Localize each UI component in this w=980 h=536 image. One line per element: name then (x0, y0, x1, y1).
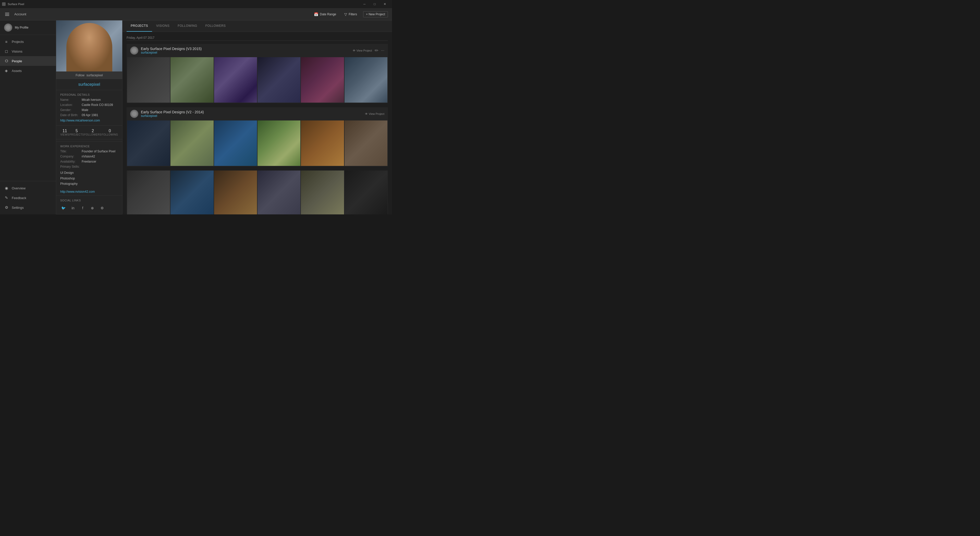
profile-username: surfacepixel (56, 79, 122, 89)
twitter-icon[interactable]: 🐦 (60, 205, 66, 211)
view-project-label-2: View Project (369, 112, 384, 115)
maximize-button[interactable]: □ (369, 0, 380, 8)
follow-button[interactable]: Follow (76, 73, 84, 77)
sidebar-username: My Profile (15, 26, 28, 29)
divider (56, 214, 122, 215)
proj-img-1-2[interactable] (170, 57, 213, 103)
proj-title-area-1: Early Surface Pixel Designs (V3 2015) su… (141, 47, 350, 54)
app-icon (2, 2, 6, 6)
stat-projects-label: PROJECTS (69, 133, 84, 136)
linkedin-icon[interactable]: in (70, 205, 76, 211)
follow-username: surfacepixel (86, 73, 103, 77)
projects-icon: ≡ (4, 40, 9, 44)
title-label: Title: (60, 150, 81, 153)
content-area: PROJECTS VISIONS FOLLOWING FOLLOWERS Fri… (123, 21, 392, 215)
new-project-label: + New Project (366, 13, 385, 16)
proj-img-1-4[interactable] (258, 57, 301, 103)
facebook-icon[interactable]: f (80, 205, 86, 211)
new-project-button[interactable]: + New Project (363, 11, 388, 17)
hamburger-menu[interactable] (4, 12, 10, 17)
stat-followers: 2 FOLLOWERS (84, 129, 101, 136)
proj-img-1-3[interactable] (214, 57, 257, 103)
work-website-link[interactable]: http://www.nvision42.com (56, 189, 122, 194)
proj-avatar-1 (130, 46, 138, 55)
title-bar-left: Surface Pixel (2, 2, 24, 6)
project-header-2: Early Surface Pixel Designs (V2 - 2014) … (127, 107, 388, 121)
sidebar-item-assets[interactable]: ◈ Assets (0, 66, 56, 76)
proj-avatar-2 (130, 110, 138, 118)
gender-value: Male (82, 108, 88, 112)
gender-label: Gender: (60, 108, 81, 112)
sidebar-item-visions[interactable]: ◻ Visions (0, 46, 56, 56)
proj-title-2: Early Surface Pixel Designs (V2 - 2014) (141, 110, 363, 114)
top-nav: Account 📅 Date Range ▽ Filters + New Pro… (0, 8, 392, 21)
stat-views: 11 VIEWS (60, 129, 69, 136)
tab-projects[interactable]: PROJECTS (127, 21, 152, 32)
main-layout: My Profile ≡ Projects ◻ Visions ⚇ People… (0, 21, 392, 215)
proj-actions-2: 👁 View Project (365, 112, 384, 115)
top-nav-actions: 📅 Date Range ▽ Filters + New Project (312, 11, 388, 17)
proj-img-2-6[interactable] (345, 121, 387, 166)
title-bar-controls[interactable]: ─ □ ✕ (360, 0, 390, 8)
stat-projects: 5 PROJECTS (69, 129, 84, 136)
filters-label: Filters (348, 13, 357, 16)
sidebar-item-projects[interactable]: ≡ Projects (0, 37, 56, 46)
avatar-image (4, 24, 12, 32)
stat-following-num: 0 (102, 129, 118, 133)
view-project-btn-1[interactable]: 👁 View Project (353, 49, 372, 52)
instagram-icon[interactable]: ⊕ (89, 205, 95, 211)
proj-img-2-3[interactable] (214, 121, 257, 166)
project-images-1 (127, 57, 388, 103)
more-icon-1[interactable]: ··· (381, 48, 384, 53)
availability-label: Availability: (60, 160, 81, 163)
feedback-icon: ✎ (4, 196, 9, 200)
sidebar-item-label: Settings (12, 206, 24, 210)
profile-stats: 11 VIEWS 5 PROJECTS 2 FOLLOWERS 0 FOLLOW… (56, 125, 122, 139)
skill-3: Photography (60, 181, 118, 187)
proj-img-1-6[interactable] (345, 57, 387, 103)
proj-img-1-1[interactable] (127, 57, 170, 103)
sidebar-item-feedback[interactable]: ✎ Feedback (0, 193, 56, 203)
sidebar-user[interactable]: My Profile (0, 21, 56, 35)
proj-img-3-3[interactable] (214, 170, 257, 215)
stat-following: 0 FOLLOWING (102, 129, 118, 136)
other-social-icon[interactable]: ⚙ (99, 205, 105, 211)
proj-user-1[interactable]: surfacepixel (141, 51, 350, 54)
proj-img-3-1[interactable] (127, 170, 170, 215)
proj-user-2[interactable]: surfacepixel (141, 114, 363, 118)
sidebar-item-settings[interactable]: ⚙ Settings (0, 203, 56, 212)
proj-img-2-2[interactable] (170, 121, 213, 166)
tab-visions[interactable]: VISIONS (152, 21, 173, 32)
proj-img-1-5[interactable] (301, 57, 344, 103)
sidebar-item-overview[interactable]: ◉ Overview (0, 183, 56, 193)
edit-icon-1[interactable]: ✏ (375, 48, 379, 53)
tab-following[interactable]: FOLLOWING (173, 21, 201, 32)
proj-img-2-1[interactable] (127, 121, 170, 166)
breadcrumb-account[interactable]: Account (14, 12, 26, 16)
sidebar-item-people[interactable]: ⚇ People (0, 56, 56, 66)
availability-value: Freelancer (82, 160, 96, 163)
name-value: Micah Iverson (82, 98, 101, 102)
date-range-button[interactable]: 📅 Date Range (312, 11, 338, 17)
website-link[interactable]: http://www.micahiverson.com (56, 118, 122, 123)
proj-img-3-2[interactable] (170, 170, 213, 215)
proj-img-3-5[interactable] (301, 170, 344, 215)
eye-icon: 👁 (353, 49, 355, 52)
proj-img-2-4[interactable] (258, 121, 301, 166)
filters-button[interactable]: ▽ Filters (342, 11, 359, 17)
project-card-3 (127, 170, 388, 215)
tab-followers[interactable]: FOLLOWERS (201, 21, 230, 32)
proj-actions-1: 👁 View Project ✏ ··· (353, 48, 384, 53)
project-card-1: Early Surface Pixel Designs (V3 2015) su… (127, 44, 388, 103)
proj-img-2-5[interactable] (301, 121, 344, 166)
stat-followers-label: FOLLOWERS (84, 133, 101, 136)
proj-img-3-4[interactable] (258, 170, 301, 215)
view-project-btn-2[interactable]: 👁 View Project (365, 112, 384, 115)
proj-img-3-6[interactable] (345, 170, 387, 215)
stat-projects-num: 5 (69, 129, 84, 133)
personal-details-title: PERSONAL DETAILS (56, 91, 122, 97)
minimize-button[interactable]: ─ (360, 0, 369, 8)
project-header-1: Early Surface Pixel Designs (V3 2015) su… (127, 44, 388, 57)
settings-icon: ⚙ (4, 205, 9, 210)
close-button[interactable]: ✕ (380, 0, 390, 8)
